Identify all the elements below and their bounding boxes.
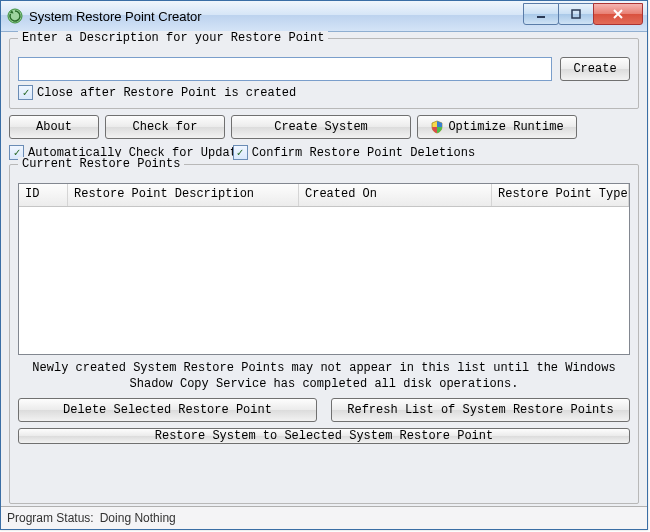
restore-points-list[interactable]: ID Restore Point Description Created On … [18, 183, 630, 355]
app-icon [7, 8, 23, 24]
create-button[interactable]: Create [560, 57, 630, 81]
description-input[interactable] [18, 57, 552, 81]
confirm-delete-label: Confirm Restore Point Deletions [252, 146, 475, 160]
col-created-on[interactable]: Created On [299, 184, 492, 206]
app-window: System Restore Point Creator Enter a Des… [0, 0, 648, 530]
maximize-button[interactable] [558, 3, 594, 25]
list-body[interactable] [19, 207, 629, 354]
create-system-button[interactable]: Create System [231, 115, 411, 139]
restore-points-title: Current Restore Points [18, 157, 184, 171]
status-bar: Program Status: Doing Nothing [1, 506, 647, 529]
close-after-label: Close after Restore Point is created [37, 86, 296, 100]
uac-shield-icon [430, 120, 444, 134]
close-button[interactable] [593, 3, 643, 25]
confirm-delete-checkbox[interactable]: ✓ [233, 145, 248, 160]
svg-rect-2 [537, 16, 545, 18]
svg-rect-3 [572, 10, 580, 18]
client-area: Enter a Description for your Restore Poi… [1, 32, 647, 506]
optimize-runtime-button[interactable]: Optimize Runtime [417, 115, 577, 139]
helper-text: Newly created System Restore Points may … [18, 359, 630, 394]
description-group: Enter a Description for your Restore Poi… [9, 38, 639, 109]
description-group-title: Enter a Description for your Restore Poi… [18, 31, 328, 45]
check-for-button[interactable]: Check for [105, 115, 225, 139]
window-controls [524, 3, 643, 25]
restore-selected-button[interactable]: Restore System to Selected System Restor… [18, 428, 630, 444]
action-buttons: Delete Selected Restore Point Refresh Li… [18, 398, 630, 444]
minimize-button[interactable] [523, 3, 559, 25]
about-button[interactable]: About [9, 115, 99, 139]
status-label: Program Status: [7, 511, 94, 525]
optimize-runtime-label: Optimize Runtime [448, 120, 563, 134]
list-header: ID Restore Point Description Created On … [19, 184, 629, 207]
restore-points-group: Current Restore Points ID Restore Point … [9, 164, 639, 504]
delete-selected-button[interactable]: Delete Selected Restore Point [18, 398, 317, 422]
col-description[interactable]: Restore Point Description [68, 184, 299, 206]
titlebar: System Restore Point Creator [1, 1, 647, 32]
window-title: System Restore Point Creator [29, 9, 524, 24]
close-after-checkbox[interactable]: ✓ [18, 85, 33, 100]
status-value: Doing Nothing [100, 511, 176, 525]
col-id[interactable]: ID [19, 184, 68, 206]
col-type[interactable]: Restore Point Type [492, 184, 629, 206]
refresh-list-button[interactable]: Refresh List of System Restore Points [331, 398, 630, 422]
toolbar: About Check for Create System Optimize R… [9, 115, 639, 139]
